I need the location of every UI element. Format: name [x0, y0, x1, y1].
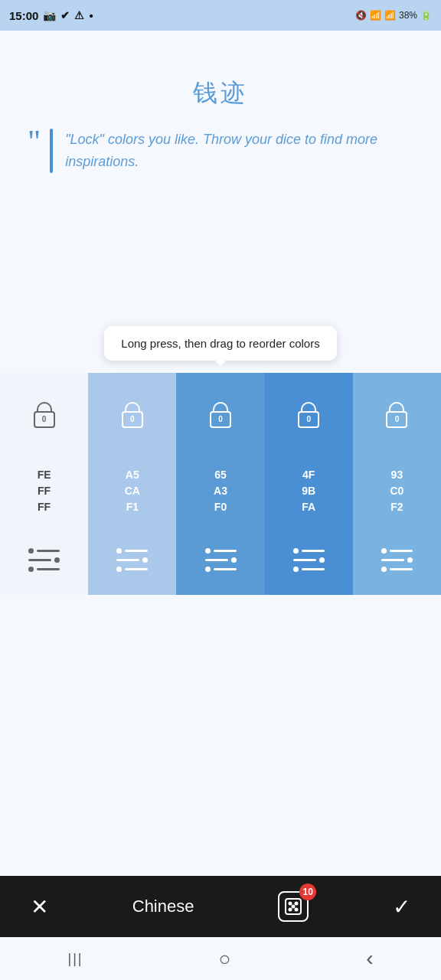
lock-area-2[interactable]: 0: [176, 373, 264, 457]
palette-col-1[interactable]: 0 A5CAF1: [88, 373, 176, 595]
time-display: 15:00: [9, 9, 38, 22]
check-icon: ✔: [60, 9, 70, 21]
quote-text: "Lock" colors you like. Throw your dice …: [65, 129, 413, 173]
main-content: 钱迹 " "Lock" colors you like. Throw your …: [0, 31, 441, 876]
tooltip-text: Long press, then drag to reorder colors: [121, 337, 319, 350]
status-time-group: 15:00 📷 ✔ ⚠ •: [9, 9, 93, 22]
lock-area-1[interactable]: 0: [88, 373, 176, 457]
lock-icon-1[interactable]: 0: [122, 402, 143, 428]
dot-icon: •: [89, 9, 93, 22]
lock-icon-3[interactable]: 0: [298, 402, 319, 428]
lock-icon-2[interactable]: 0: [210, 402, 231, 428]
dice-group[interactable]: 10: [278, 891, 309, 922]
svg-point-4: [296, 909, 298, 911]
quote-mark-icon: ": [28, 126, 41, 158]
close-button[interactable]: ✕: [31, 894, 48, 920]
hex-display-4: 93C0F2: [353, 457, 441, 526]
settings-area-0[interactable]: [0, 526, 88, 595]
hex-display-2: 65A3F0: [176, 457, 264, 526]
back-button[interactable]: ‹: [366, 946, 373, 971]
tooltip-container: Long press, then drag to reorder colors: [0, 326, 441, 361]
lock-area-0[interactable]: 0: [0, 373, 88, 457]
wifi-icon: 📶: [370, 10, 381, 21]
palette-col-3[interactable]: 0 4F9BFA: [265, 373, 353, 595]
palette-section: 0 FEFFFF 0 A5: [0, 373, 441, 595]
palette-col-0[interactable]: 0 FEFFFF: [0, 373, 88, 595]
sliders-icon-0[interactable]: [28, 548, 60, 572]
notification-badge: 10: [299, 884, 316, 900]
sliders-icon-4[interactable]: [381, 548, 413, 572]
mute-icon: 🔇: [355, 10, 367, 21]
battery-icon: 🔋: [420, 10, 432, 21]
signal-icon: 📶: [384, 10, 396, 21]
settings-area-4[interactable]: [353, 526, 441, 595]
lock-icon-4[interactable]: 0: [386, 402, 407, 428]
warning-icon: ⚠: [74, 9, 84, 21]
sliders-icon-2[interactable]: [205, 548, 237, 572]
palette-col-2[interactable]: 0 65A3F0: [176, 373, 264, 595]
quote-block: " "Lock" colors you like. Throw your dic…: [0, 129, 441, 173]
palette-name-label: Chinese: [132, 897, 194, 916]
lock-area-4[interactable]: 0: [353, 373, 441, 457]
svg-point-5: [292, 906, 295, 908]
bottom-bar: ✕ Chinese 10 ✓: [0, 876, 441, 937]
settings-area-3[interactable]: [265, 526, 353, 595]
svg-point-3: [289, 909, 292, 911]
battery-display: 38%: [399, 10, 417, 21]
camera-icon: 📷: [43, 9, 56, 21]
app-title-chinese: 钱迹: [193, 77, 248, 110]
home-button[interactable]: ○: [218, 947, 230, 971]
settings-area-1[interactable]: [88, 526, 176, 595]
hex-display-3: 4F9BFA: [265, 457, 353, 526]
lock-icon-0[interactable]: 0: [34, 402, 55, 428]
svg-point-1: [289, 903, 292, 905]
lock-area-3[interactable]: 0: [265, 373, 353, 457]
nav-bar: ||| ○ ‹: [0, 937, 441, 980]
status-bar: 15:00 📷 ✔ ⚠ • 🔇 📶 📶 38% 🔋: [0, 0, 441, 31]
svg-point-2: [296, 903, 298, 905]
hex-display-0: FEFFFF: [0, 457, 88, 526]
status-right: 🔇 📶 📶 38% 🔋: [355, 10, 432, 21]
quote-border-line: [50, 129, 53, 173]
palette-col-4[interactable]: 0 93C0F2: [353, 373, 441, 595]
hex-display-1: A5CAF1: [88, 457, 176, 526]
confirm-button[interactable]: ✓: [393, 894, 410, 920]
settings-area-2[interactable]: [176, 526, 264, 595]
sliders-icon-3[interactable]: [293, 548, 325, 572]
sliders-icon-1[interactable]: [116, 548, 148, 572]
dice-button[interactable]: 10: [278, 891, 309, 922]
recent-apps-button[interactable]: |||: [67, 951, 83, 967]
tooltip-box: Long press, then drag to reorder colors: [104, 326, 336, 361]
